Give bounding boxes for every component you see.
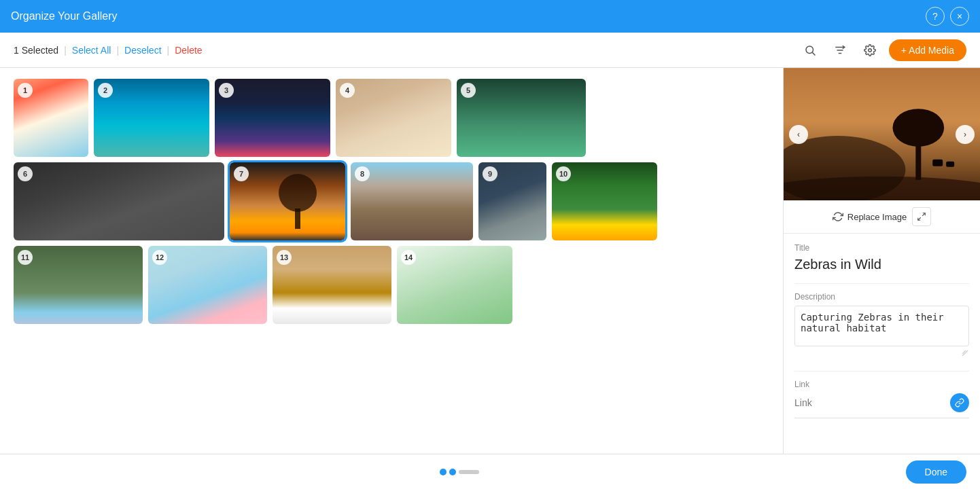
item-number-14: 14 [401, 250, 416, 265]
preview-actions: Replace Image [784, 200, 980, 234]
header-actions: ? × [926, 7, 969, 26]
bottom-bar: Done [0, 454, 980, 489]
gallery-grid: 1 2 3 4 5 [14, 79, 769, 324]
search-button[interactable] [799, 39, 821, 61]
field-divider-1 [794, 283, 969, 284]
gallery-item-4[interactable]: 4 [336, 79, 451, 157]
title-value[interactable]: Zebras in Wild [794, 257, 969, 272]
item-number-13: 13 [277, 250, 292, 265]
description-label: Description [794, 292, 969, 302]
title-label: Title [794, 243, 969, 253]
svg-rect-13 [932, 160, 943, 166]
toolbar-left: 1 Selected | Select All | Deselect | Del… [14, 45, 203, 56]
svg-rect-14 [946, 162, 954, 167]
field-divider-2 [794, 371, 969, 372]
item-number-5: 5 [461, 83, 476, 98]
header: Organize Your Gallery ? × [0, 0, 980, 33]
expand-button[interactable] [912, 207, 931, 226]
dot-2 [449, 469, 456, 475]
link-field-group: Link [794, 380, 969, 418]
pagination-dots [440, 469, 479, 475]
toolbar: 1 Selected | Select All | Deselect | Del… [0, 33, 980, 68]
gallery-item-7[interactable]: 7 [230, 162, 345, 240]
sort-filter-button[interactable] [829, 39, 851, 61]
gallery-row-1: 1 2 3 4 5 [14, 79, 769, 157]
gallery-item-3[interactable]: 3 [215, 79, 330, 157]
gallery-item-11[interactable]: 11 [14, 246, 143, 324]
link-label: Link [794, 380, 969, 389]
svg-rect-7 [295, 209, 300, 229]
gallery-item-12[interactable]: 12 [148, 246, 267, 324]
replace-image-button[interactable]: Replace Image [833, 211, 907, 222]
title-field-group: Title Zebras in Wild [794, 243, 969, 272]
item-number-8: 8 [355, 166, 370, 181]
item-number-2: 2 [98, 83, 113, 98]
gallery-row-2: 6 7 8 [14, 162, 769, 240]
preview-navigation: ‹ › [784, 125, 980, 144]
svg-point-6 [279, 174, 317, 212]
select-all-link[interactable]: Select All [72, 45, 111, 56]
description-textarea[interactable]: Capturing Zebras in their natural habita… [794, 306, 969, 346]
gallery-item-14[interactable]: 14 [397, 246, 512, 324]
dot-line [459, 470, 479, 474]
main-layout: 1 2 3 4 5 [0, 68, 980, 489]
add-media-button[interactable]: + Add Media [889, 39, 966, 61]
item-number-10: 10 [556, 166, 571, 181]
svg-line-15 [922, 213, 925, 216]
preview-image-container: ‹ › [784, 68, 980, 200]
gallery-area: 1 2 3 4 5 [0, 68, 783, 489]
preview-next-button[interactable]: › [956, 125, 975, 144]
sidebar-panel: ‹ › Replace Image [783, 68, 980, 489]
item-number-11: 11 [18, 250, 33, 265]
delete-link[interactable]: Delete [175, 45, 202, 56]
item-number-3: 3 [219, 83, 234, 98]
replace-image-label: Replace Image [847, 212, 907, 222]
gallery-item-13[interactable]: 13 [273, 246, 391, 324]
description-field-group: Description Capturing Zebras in their na… [794, 292, 969, 360]
item-number-9: 9 [483, 166, 497, 181]
done-button[interactable]: Done [906, 460, 966, 484]
help-button[interactable]: ? [926, 7, 945, 26]
dot-1 [440, 469, 447, 475]
settings-button[interactable] [859, 39, 881, 61]
deselect-link[interactable]: Deselect [124, 45, 161, 56]
link-input[interactable] [794, 397, 945, 408]
gallery-item-1[interactable]: 1 [14, 79, 88, 157]
header-title: Organize Your Gallery [11, 10, 118, 22]
toolbar-right: + Add Media [799, 39, 966, 61]
gallery-item-5[interactable]: 5 [457, 79, 586, 157]
preview-prev-button[interactable]: ‹ [789, 125, 808, 144]
sidebar-fields: Title Zebras in Wild Description Capturi… [784, 234, 980, 489]
item-number-1: 1 [18, 83, 33, 98]
link-icon-button[interactable] [950, 393, 969, 412]
gallery-item-10[interactable]: 10 [552, 162, 657, 240]
svg-line-16 [918, 217, 921, 220]
selected-count: 1 Selected [14, 45, 58, 56]
svg-line-1 [812, 52, 815, 55]
svg-point-0 [806, 46, 813, 54]
close-button[interactable]: × [950, 7, 969, 26]
item-number-4: 4 [340, 83, 355, 98]
link-input-row [794, 393, 969, 418]
item-number-7: 7 [234, 166, 249, 181]
gallery-item-2[interactable]: 2 [94, 79, 209, 157]
gallery-item-9[interactable]: 9 [478, 162, 546, 240]
gallery-item-8[interactable]: 8 [351, 162, 473, 240]
gallery-item-6[interactable]: 6 [14, 162, 224, 240]
svg-point-5 [869, 48, 872, 52]
item-number-12: 12 [152, 250, 167, 265]
item-number-6: 6 [18, 166, 33, 181]
gallery-row-3: 11 12 13 14 [14, 246, 769, 324]
